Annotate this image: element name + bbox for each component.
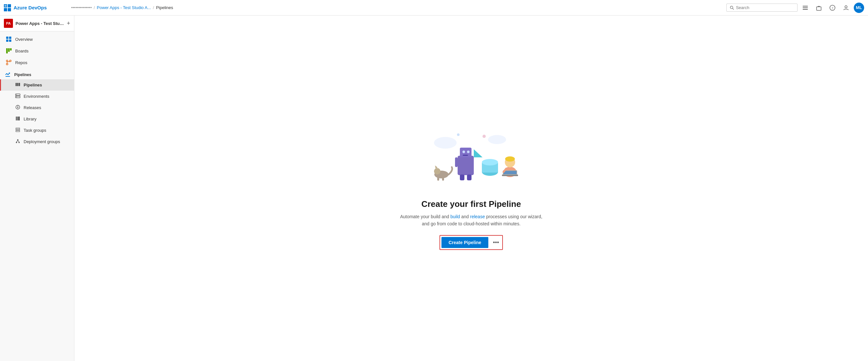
- svg-point-26: [9, 73, 10, 74]
- sidebar-item-deployment-groups[interactable]: Deployment groups: [0, 136, 74, 147]
- list-icon-button[interactable]: [800, 2, 811, 13]
- svg-rect-3: [8, 8, 11, 11]
- svg-line-6: [733, 8, 734, 9]
- sidebar-item-releases-label: Releases: [24, 105, 41, 110]
- svg-rect-28: [16, 83, 17, 86]
- svg-point-50: [434, 137, 457, 148]
- releases-icon: [15, 105, 20, 111]
- person-icon: [843, 5, 849, 11]
- svg-rect-41: [18, 116, 20, 120]
- svg-line-49: [18, 140, 19, 142]
- svg-point-47: [19, 142, 20, 143]
- breadcrumb: •••••••••••••• / Power Apps - Test Studi…: [71, 5, 724, 10]
- svg-point-52: [483, 135, 486, 138]
- svg-rect-9: [803, 9, 808, 10]
- svg-point-51: [488, 135, 506, 144]
- sidebar-item-boards-label: Boards: [15, 49, 28, 53]
- sidebar-item-boards[interactable]: Boards: [0, 45, 74, 57]
- search-input[interactable]: [736, 5, 794, 10]
- task-groups-icon: [15, 127, 20, 133]
- breadcrumb-sep-1: /: [94, 5, 95, 10]
- svg-rect-14: [6, 36, 8, 39]
- svg-rect-57: [437, 177, 439, 180]
- sidebar-item-repos[interactable]: Repos: [0, 57, 74, 68]
- app-name: Azure DevOps: [13, 5, 47, 10]
- build-link[interactable]: build: [451, 214, 460, 219]
- sidebar-item-library[interactable]: Library: [0, 113, 74, 124]
- sidebar: PA Power Apps - Test Stud... + Overview: [0, 16, 74, 361]
- avatar[interactable]: ML: [854, 3, 864, 13]
- svg-rect-2: [4, 8, 7, 11]
- svg-rect-44: [16, 131, 20, 132]
- svg-point-36: [17, 107, 19, 108]
- svg-rect-18: [6, 48, 8, 53]
- svg-point-23: [6, 63, 8, 65]
- project-name: Power Apps - Test Stud...: [16, 21, 64, 26]
- sidebar-item-environments[interactable]: Environments: [0, 91, 74, 102]
- add-project-button[interactable]: +: [67, 20, 70, 26]
- repos-icon: [5, 59, 12, 66]
- svg-rect-68: [467, 174, 471, 180]
- project-header: PA Power Apps - Test Stud... +: [0, 16, 74, 31]
- user-settings-button[interactable]: [840, 2, 852, 13]
- help-icon-button[interactable]: ?: [827, 2, 838, 13]
- project-icon: PA: [4, 19, 13, 28]
- search-icon: [730, 5, 734, 10]
- svg-point-53: [457, 133, 460, 136]
- sidebar-item-task-groups[interactable]: Task groups: [0, 124, 74, 136]
- svg-point-34: [16, 97, 17, 98]
- svg-rect-10: [816, 7, 821, 10]
- svg-rect-29: [17, 83, 19, 86]
- svg-point-46: [16, 142, 17, 143]
- svg-rect-19: [8, 48, 10, 52]
- pipelines-section-icon: [4, 72, 11, 78]
- breadcrumb-org: ••••••••••••••: [71, 5, 92, 10]
- svg-line-48: [17, 140, 18, 142]
- environments-icon: [15, 93, 20, 100]
- svg-point-13: [845, 5, 847, 8]
- pipelines-sub-icon: [15, 82, 20, 88]
- svg-point-71: [482, 159, 498, 165]
- svg-rect-63: [463, 155, 468, 156]
- breadcrumb-project[interactable]: Power Apps - Test Studio A...: [97, 5, 151, 10]
- svg-rect-15: [9, 36, 11, 39]
- create-pipeline-button[interactable]: Create Pipeline: [441, 237, 488, 248]
- topbar: Azure DevOps •••••••••••••• / Power Apps…: [0, 0, 868, 16]
- main-title: Create your first Pipeline: [422, 199, 521, 209]
- sidebar-item-pipelines-sub-label: Pipelines: [24, 83, 42, 87]
- more-options-button[interactable]: •••: [491, 238, 501, 247]
- search-box[interactable]: [726, 4, 798, 12]
- list-icon: [802, 5, 808, 11]
- bag-icon: [816, 5, 822, 11]
- svg-rect-8: [803, 7, 808, 8]
- svg-point-5: [730, 6, 733, 8]
- library-icon: [15, 116, 20, 122]
- svg-rect-7: [803, 6, 808, 6]
- breadcrumb-current: Pipelines: [156, 5, 173, 10]
- empty-state: Create your first Pipeline Automate your…: [390, 114, 552, 263]
- svg-rect-20: [10, 48, 12, 51]
- sidebar-item-pipelines-sub[interactable]: Pipelines: [0, 79, 74, 91]
- sidebar-item-releases[interactable]: Releases: [0, 102, 74, 113]
- svg-rect-67: [460, 174, 464, 180]
- svg-rect-60: [460, 148, 471, 157]
- svg-point-33: [16, 94, 17, 95]
- sidebar-section-pipelines[interactable]: Pipelines: [0, 68, 74, 79]
- topbar-actions: ? ML: [726, 2, 864, 13]
- breadcrumb-sep-2: /: [153, 5, 154, 10]
- svg-point-61: [462, 150, 465, 153]
- svg-rect-77: [503, 171, 517, 174]
- azure-devops-icon: [4, 4, 11, 11]
- deployment-groups-icon: [15, 139, 20, 145]
- svg-rect-40: [17, 116, 18, 120]
- app-logo[interactable]: Azure DevOps: [4, 4, 68, 11]
- svg-rect-30: [19, 83, 20, 86]
- shop-icon-button[interactable]: [813, 2, 825, 13]
- release-link[interactable]: release: [470, 214, 485, 219]
- sidebar-item-overview-label: Overview: [15, 37, 33, 42]
- svg-text:?: ?: [832, 6, 833, 10]
- main-content-area: Create your first Pipeline Automate your…: [74, 16, 868, 361]
- overview-icon: [5, 36, 12, 43]
- sidebar-item-overview[interactable]: Overview: [0, 33, 74, 45]
- svg-rect-64: [471, 157, 474, 167]
